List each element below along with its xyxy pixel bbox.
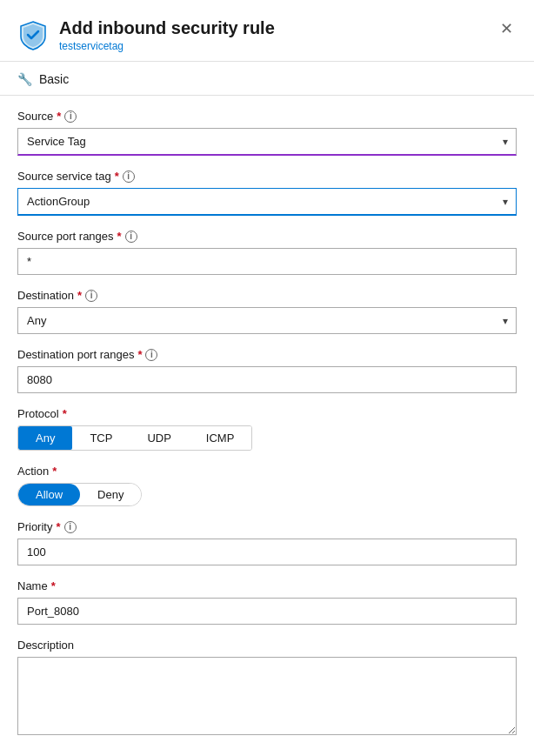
- action-label: Action *: [17, 465, 517, 478]
- priority-group: Priority * i: [17, 520, 517, 565]
- action-deny-button[interactable]: Deny: [80, 484, 141, 505]
- name-label: Name *: [17, 579, 517, 592]
- protocol-label: Protocol *: [17, 407, 517, 420]
- source-port-ranges-info-icon[interactable]: i: [125, 231, 137, 243]
- dialog-title-area: Add inbound security rule testservicetag: [17, 17, 275, 52]
- description-label: Description: [17, 639, 517, 652]
- destination-port-ranges-label: Destination port ranges * i: [17, 348, 517, 361]
- source-select-wrapper: Service Tag Any IP Addresses Application…: [17, 128, 517, 156]
- source-service-tag-info-icon[interactable]: i: [123, 171, 135, 183]
- destination-port-ranges-info-icon[interactable]: i: [145, 349, 157, 361]
- source-service-tag-group: Source service tag * i ActionGroup ApiMa…: [17, 170, 517, 216]
- name-group: Name *: [17, 579, 517, 625]
- source-info-icon[interactable]: i: [64, 110, 77, 123]
- action-toggle-group: Allow Deny: [17, 483, 142, 506]
- protocol-icmp-button[interactable]: ICMP: [189, 426, 252, 450]
- source-port-ranges-input[interactable]: [17, 248, 517, 275]
- source-service-tag-select[interactable]: ActionGroup ApiManagement AppService Azu…: [17, 188, 517, 216]
- protocol-toggle-group: Any TCP UDP ICMP: [17, 425, 252, 451]
- action-allow-button[interactable]: Allow: [18, 484, 80, 505]
- section-basic: 🔧 Basic: [0, 62, 534, 96]
- dialog-header: Add inbound security rule testservicetag…: [0, 0, 534, 62]
- destination-port-ranges-input[interactable]: [17, 366, 517, 393]
- form-body: Source * i Service Tag Any IP Addresses …: [0, 96, 534, 756]
- destination-port-ranges-group: Destination port ranges * i: [17, 348, 517, 393]
- action-required: *: [52, 465, 57, 478]
- protocol-udp-button[interactable]: UDP: [130, 426, 188, 450]
- source-select[interactable]: Service Tag Any IP Addresses Application…: [17, 128, 517, 156]
- description-textarea[interactable]: [17, 657, 517, 735]
- description-group: Description: [17, 639, 517, 739]
- source-service-tag-required: *: [115, 170, 119, 183]
- priority-info-icon[interactable]: i: [64, 521, 77, 533]
- destination-required: *: [77, 289, 82, 302]
- wrench-icon: 🔧: [17, 72, 32, 86]
- source-service-tag-select-wrapper: ActionGroup ApiManagement AppService Azu…: [17, 188, 517, 216]
- dialog: Add inbound security rule testservicetag…: [0, 0, 534, 756]
- source-port-ranges-label: Source port ranges * i: [17, 230, 517, 243]
- shield-icon: [17, 19, 49, 50]
- priority-input[interactable]: [17, 539, 517, 565]
- priority-required: *: [56, 520, 60, 533]
- source-port-ranges-group: Source port ranges * i: [17, 230, 517, 275]
- protocol-group: Protocol * Any TCP UDP ICMP: [17, 407, 517, 451]
- protocol-any-button[interactable]: Any: [18, 426, 72, 450]
- destination-group: Destination * i Any IP Addresses Service…: [17, 289, 517, 334]
- destination-label: Destination * i: [17, 289, 517, 302]
- source-group: Source * i Service Tag Any IP Addresses …: [17, 110, 517, 156]
- dialog-title: Add inbound security rule: [59, 17, 275, 38]
- name-input[interactable]: [17, 598, 517, 625]
- action-group: Action * Allow Deny: [17, 465, 517, 506]
- source-service-tag-label: Source service tag * i: [17, 170, 517, 183]
- dialog-subtitle: testservicetag: [59, 40, 275, 52]
- protocol-required: *: [63, 407, 67, 420]
- title-text-area: Add inbound security rule testservicetag: [59, 17, 275, 52]
- destination-select[interactable]: Any IP Addresses Service Tag Application…: [17, 307, 517, 334]
- source-required: *: [57, 110, 61, 123]
- destination-info-icon[interactable]: i: [85, 290, 97, 302]
- priority-label: Priority * i: [17, 520, 517, 533]
- name-required: *: [51, 579, 56, 592]
- section-label-text: Basic: [39, 72, 69, 86]
- source-port-ranges-required: *: [117, 230, 122, 243]
- close-button[interactable]: ✕: [497, 17, 517, 40]
- source-label: Source * i: [17, 110, 517, 123]
- destination-port-ranges-required: *: [137, 348, 142, 361]
- protocol-tcp-button[interactable]: TCP: [72, 426, 130, 450]
- destination-select-wrapper: Any IP Addresses Service Tag Application…: [17, 307, 517, 334]
